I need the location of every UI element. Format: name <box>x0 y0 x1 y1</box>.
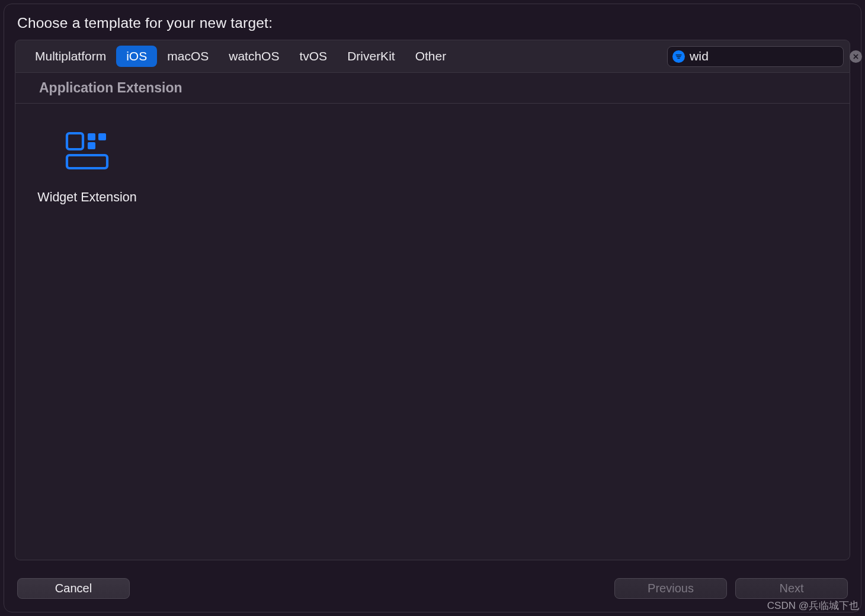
template-grid: Widget Extension <box>15 104 850 224</box>
template-search-field[interactable] <box>667 46 844 67</box>
platform-tab-watchos[interactable]: watchOS <box>219 46 289 67</box>
cancel-button[interactable]: Cancel <box>17 578 130 599</box>
section-heading: Application Extension <box>15 73 850 104</box>
dialog-footer: Cancel Previous Next <box>4 560 861 612</box>
svg-rect-7 <box>88 133 95 140</box>
platform-tab-driverkit[interactable]: DriverKit <box>337 46 405 67</box>
watermark-text: CSDN @兵临城下也 <box>767 599 859 612</box>
widget-extension-icon <box>65 126 109 176</box>
platform-tab-macos[interactable]: macOS <box>157 46 219 67</box>
svg-rect-5 <box>67 133 83 149</box>
template-item-widget-extension[interactable]: Widget Extension <box>25 118 149 210</box>
svg-rect-6 <box>67 155 107 168</box>
platform-tab-other[interactable]: Other <box>405 46 457 67</box>
filter-lines-icon <box>672 50 685 63</box>
next-button[interactable]: Next <box>735 578 848 599</box>
dialog-header: Choose a template for your new target: <box>4 15 861 40</box>
search-input[interactable] <box>690 49 845 63</box>
clear-search-button[interactable] <box>850 50 862 63</box>
previous-button[interactable]: Previous <box>614 578 727 599</box>
platform-tab-multiplatform[interactable]: Multiplatform <box>25 46 116 67</box>
template-content-area: Application Extension <box>15 73 850 560</box>
platform-tab-ios[interactable]: iOS <box>116 46 157 67</box>
new-target-template-dialog: Choose a template for your new target: M… <box>4 4 861 612</box>
svg-rect-9 <box>88 142 95 149</box>
dialog-title: Choose a template for your new target: <box>17 15 848 31</box>
template-item-label: Widget Extension <box>37 190 136 205</box>
platform-tab-tvos[interactable]: tvOS <box>289 46 337 67</box>
platform-tabbar: MultiplatformiOSmacOSwatchOStvOSDriverKi… <box>15 40 850 73</box>
svg-rect-8 <box>98 133 106 140</box>
